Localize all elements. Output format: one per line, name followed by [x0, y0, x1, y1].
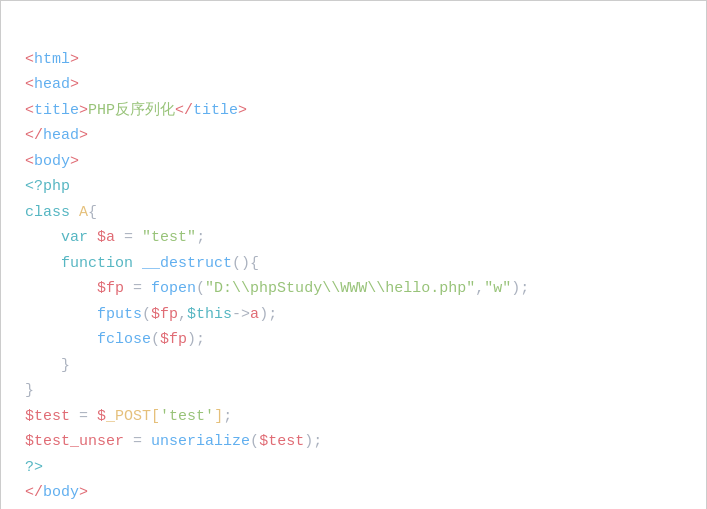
line-1: <html> — [25, 51, 79, 68]
line-18: </body> — [25, 484, 88, 501]
line-4: </head> — [25, 127, 88, 144]
line-15: $test = $_POST['test']; — [25, 408, 232, 425]
code-container: <html> <head> <title>PHP反序列化</title> </h… — [0, 0, 707, 509]
line-3: <title>PHP反序列化</title> — [25, 102, 247, 119]
line-12: fclose($fp); — [25, 331, 205, 348]
line-17: ?> — [25, 459, 43, 476]
code-block: <html> <head> <title>PHP反序列化</title> </h… — [25, 21, 682, 509]
line-16: $test_unser = unserialize($test); — [25, 433, 322, 450]
line-10: $fp = fopen("D:\\phpStudy\\WWW\\hello.ph… — [25, 280, 529, 297]
line-7: class A{ — [25, 204, 97, 221]
line-13: } — [25, 357, 70, 374]
line-6: <?php — [25, 178, 70, 195]
line-11: fputs($fp,$this->a); — [25, 306, 277, 323]
line-9: function __destruct(){ — [25, 255, 259, 272]
line-2: <head> — [25, 76, 79, 93]
line-8: var $a = "test"; — [25, 229, 205, 246]
line-5: <body> — [25, 153, 79, 170]
line-14: } — [25, 382, 34, 399]
